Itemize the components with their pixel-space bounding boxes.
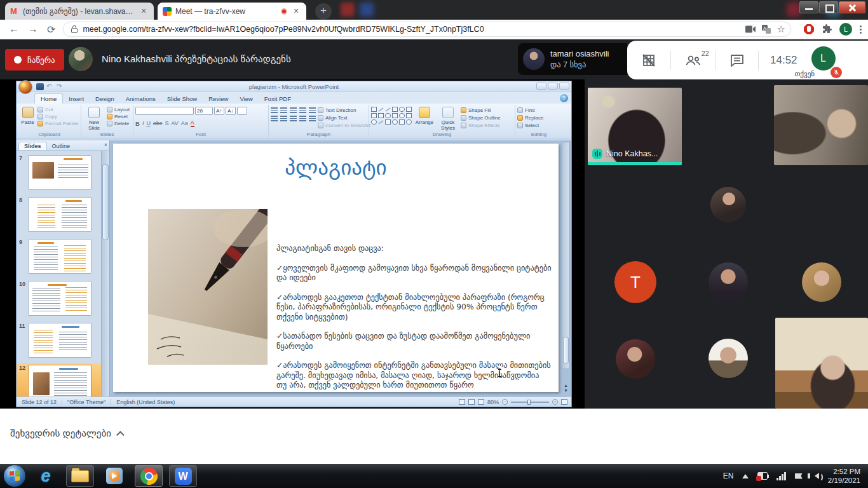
- ppt-maximize-button[interactable]: [548, 83, 558, 90]
- shape-fill-button[interactable]: Shape Fill: [461, 107, 501, 113]
- numbering-icon[interactable]: [280, 107, 287, 113]
- ribbon-tab-home[interactable]: Home: [34, 93, 63, 104]
- ribbon-tab-design[interactable]: Design: [90, 94, 120, 104]
- slideshow-icon[interactable]: [478, 399, 484, 405]
- close-icon[interactable]: ×: [139, 6, 149, 17]
- normal-view-icon[interactable]: [459, 399, 465, 405]
- slide-thumbnail-7[interactable]: 7: [17, 153, 101, 192]
- text-direction-button[interactable]: Text Direction: [318, 107, 370, 113]
- justify-icon[interactable]: [299, 116, 306, 121]
- self-avatar[interactable]: L: [811, 46, 836, 71]
- underline-button[interactable]: U: [146, 120, 151, 126]
- smartart-button[interactable]: Convert to SmartArt: [318, 123, 370, 128]
- columns-icon[interactable]: [309, 116, 316, 121]
- paste-button[interactable]: Paste: [20, 105, 36, 125]
- ribbon-tab-slideshow[interactable]: Slide Show: [161, 94, 203, 104]
- participants-icon[interactable]: 22: [685, 54, 702, 67]
- help-icon[interactable]: ?: [560, 94, 568, 102]
- slide-scrollbar[interactable]: [562, 142, 570, 369]
- meeting-details-button[interactable]: შეხვედრის დეტალები: [10, 428, 125, 439]
- close-icon[interactable]: ×: [291, 6, 301, 17]
- slide-sorter-icon[interactable]: [468, 399, 475, 405]
- current-slide[interactable]: პლაგიატი: [113, 144, 559, 392]
- close-window-button[interactable]: [839, 1, 865, 13]
- quick-styles-button[interactable]: Quick Styles: [437, 105, 459, 131]
- participant-photo-avatar[interactable]: [709, 339, 748, 378]
- slide-body-text[interactable]: პლაგიატისგან თავის დაცვა: ✓ყოველთვის მკა…: [276, 244, 552, 400]
- browser-menu-icon[interactable]: [860, 25, 862, 34]
- chat-icon[interactable]: [730, 54, 744, 67]
- align-left-icon[interactable]: [271, 116, 278, 121]
- new-slide-button[interactable]: New Slide: [83, 105, 105, 131]
- align-right-icon[interactable]: [290, 116, 297, 121]
- tab-meet[interactable]: Meet — tra-zfvv-xew ×: [158, 3, 306, 20]
- char-spacing-button[interactable]: AV: [171, 120, 178, 126]
- tab-slides[interactable]: Slides: [18, 142, 47, 150]
- participant-photo-avatar[interactable]: [710, 187, 746, 222]
- ribbon-tab-insert[interactable]: Insert: [63, 94, 90, 104]
- font-size-combo[interactable]: 28: [195, 107, 213, 115]
- translate-icon[interactable]: A: [762, 25, 771, 34]
- panel-scrollbar[interactable]: [101, 151, 109, 397]
- strikethrough-button[interactable]: abc: [153, 120, 163, 126]
- ppt-minimize-button[interactable]: [536, 83, 546, 90]
- participant-photo-avatar[interactable]: [802, 262, 841, 302]
- participant-photo-avatar[interactable]: [709, 262, 748, 302]
- self-view[interactable]: L თქვენ: [811, 46, 839, 74]
- taskbar-clock[interactable]: 2:52 PM 2/19/2021: [828, 467, 860, 485]
- video-tile-nino[interactable]: Nino Kakhas...: [588, 88, 682, 165]
- format-painter-button[interactable]: Format Painter: [37, 121, 79, 126]
- participant-letter-avatar-t[interactable]: T: [614, 261, 656, 303]
- font-color-button[interactable]: A: [191, 119, 194, 127]
- shadow-button[interactable]: S: [165, 120, 168, 126]
- bold-button[interactable]: B: [135, 120, 140, 127]
- change-case-button[interactable]: Aa: [181, 120, 188, 126]
- tab-gmail[interactable]: (თემის გარეშე) - levan.shavadze ×: [5, 3, 154, 20]
- hidden-icons-arrow[interactable]: [742, 471, 749, 478]
- fit-to-window-icon[interactable]: [561, 399, 567, 405]
- copy-button[interactable]: Copy: [37, 114, 79, 119]
- tab-outline[interactable]: Outline: [47, 142, 76, 150]
- volume-icon[interactable]: [811, 473, 819, 479]
- ribbon-tab-animations[interactable]: Animations: [120, 94, 161, 104]
- taskbar-file-explorer[interactable]: [66, 465, 94, 487]
- layout-button[interactable]: Layout: [107, 107, 130, 112]
- extensions-puzzle-icon[interactable]: [822, 24, 832, 34]
- clear-formatting-button[interactable]: [237, 107, 247, 115]
- shape-outline-button[interactable]: Shape Outline: [461, 115, 501, 121]
- new-tab-button[interactable]: +: [315, 3, 332, 20]
- taskbar-wps-office[interactable]: W: [169, 465, 197, 487]
- previous-slide-button[interactable]: ▲: [564, 384, 568, 387]
- decrease-indent-icon[interactable]: [290, 107, 297, 113]
- slide-thumbnail-8[interactable]: 8: [17, 195, 101, 234]
- back-icon[interactable]: ←: [9, 24, 19, 35]
- line-spacing-icon[interactable]: [309, 107, 316, 113]
- shapes-gallery[interactable]: [371, 107, 412, 125]
- network-signal-icon[interactable]: [776, 472, 786, 480]
- reset-button[interactable]: Reset: [107, 114, 130, 119]
- taskbar-internet-explorer[interactable]: e: [32, 465, 60, 487]
- zoom-in-button[interactable]: +: [552, 399, 558, 405]
- select-button[interactable]: Select: [517, 123, 543, 128]
- ribbon-tab-foxit[interactable]: Foxit PDF: [259, 94, 297, 104]
- slide-thumbnail-9[interactable]: 9: [17, 237, 101, 276]
- url-text[interactable]: meet.google.com/tra-zfvv-xew?fbclid=IwAR…: [83, 25, 738, 34]
- slide-thumbnail-10[interactable]: 10: [17, 279, 101, 318]
- ribbon-tab-view[interactable]: View: [234, 94, 258, 104]
- slide-thumbnail-11[interactable]: 11: [17, 321, 101, 360]
- language-indicator[interactable]: EN: [723, 471, 734, 480]
- font-name-combo[interactable]: [135, 107, 194, 115]
- office-button[interactable]: [18, 80, 32, 94]
- italic-button[interactable]: I: [142, 120, 144, 126]
- find-button[interactable]: Find: [517, 107, 543, 113]
- layout-grid-off-icon[interactable]: [641, 53, 656, 68]
- shape-effects-button[interactable]: Shape Effects: [461, 123, 501, 128]
- delete-button[interactable]: Delete: [107, 121, 130, 126]
- bullets-icon[interactable]: [271, 107, 278, 113]
- action-center-flag-icon[interactable]: [795, 473, 803, 479]
- reload-icon[interactable]: ⟳: [47, 24, 55, 36]
- ribbon-tab-review[interactable]: Review: [203, 94, 234, 104]
- next-slide-button[interactable]: ▼: [564, 389, 568, 392]
- arrange-button[interactable]: Arrange: [414, 105, 435, 125]
- battery-icon[interactable]: [757, 472, 768, 480]
